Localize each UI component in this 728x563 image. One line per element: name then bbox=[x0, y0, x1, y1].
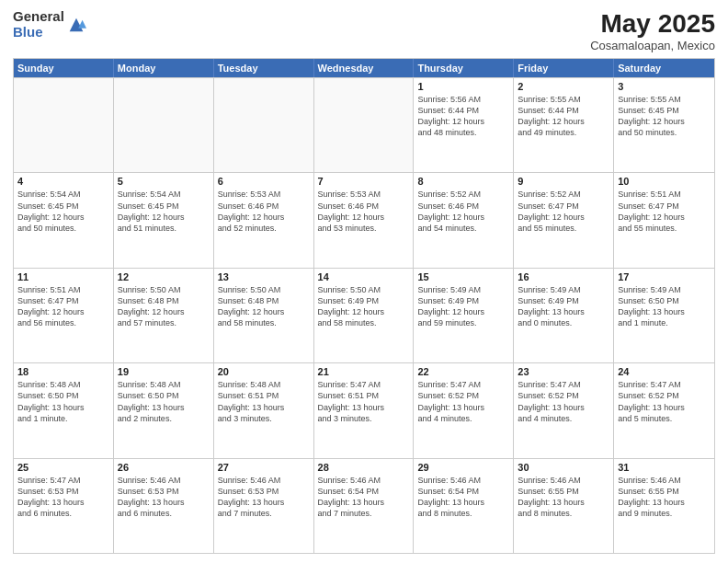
calendar-row-1: 4Sunrise: 5:54 AM Sunset: 6:45 PM Daylig… bbox=[14, 172, 714, 267]
calendar-header-row: SundayMondayTuesdayWednesdayThursdayFrid… bbox=[14, 59, 714, 77]
calendar-cell: 8Sunrise: 5:52 AM Sunset: 6:46 PM Daylig… bbox=[414, 173, 514, 267]
cell-info: Sunrise: 5:53 AM Sunset: 6:46 PM Dayligh… bbox=[318, 189, 410, 234]
calendar-cell: 7Sunrise: 5:53 AM Sunset: 6:46 PM Daylig… bbox=[314, 173, 415, 267]
day-number: 1 bbox=[417, 81, 509, 92]
cell-info: Sunrise: 5:55 AM Sunset: 6:45 PM Dayligh… bbox=[618, 94, 711, 139]
cell-info: Sunrise: 5:56 AM Sunset: 6:44 PM Dayligh… bbox=[417, 94, 509, 139]
calendar-cell: 28Sunrise: 5:46 AM Sunset: 6:54 PM Dayli… bbox=[314, 459, 415, 553]
day-number: 30 bbox=[518, 462, 609, 473]
cell-info: Sunrise: 5:48 AM Sunset: 6:51 PM Dayligh… bbox=[218, 379, 310, 424]
day-number: 26 bbox=[118, 462, 210, 473]
day-number: 15 bbox=[417, 271, 509, 282]
calendar-cell: 25Sunrise: 5:47 AM Sunset: 6:53 PM Dayli… bbox=[14, 459, 114, 553]
calendar-row-0: 1Sunrise: 5:56 AM Sunset: 6:44 PM Daylig… bbox=[14, 77, 714, 172]
cell-info: Sunrise: 5:50 AM Sunset: 6:48 PM Dayligh… bbox=[218, 284, 310, 329]
cell-info: Sunrise: 5:49 AM Sunset: 6:50 PM Dayligh… bbox=[618, 284, 711, 329]
calendar-subtitle: Cosamaloapan, Mexico bbox=[590, 39, 715, 52]
day-number: 23 bbox=[518, 366, 609, 377]
calendar-title: May 2025 bbox=[590, 9, 715, 39]
cell-info: Sunrise: 5:47 AM Sunset: 6:52 PM Dayligh… bbox=[618, 379, 711, 424]
cell-info: Sunrise: 5:46 AM Sunset: 6:55 PM Dayligh… bbox=[618, 475, 711, 520]
page: General Blue May 2025 Cosamaloapan, Mexi… bbox=[0, 0, 728, 563]
cell-info: Sunrise: 5:46 AM Sunset: 6:54 PM Dayligh… bbox=[417, 475, 509, 520]
day-number: 11 bbox=[17, 271, 109, 282]
header-day-wednesday: Wednesday bbox=[314, 59, 415, 77]
day-number: 2 bbox=[518, 81, 609, 92]
cell-info: Sunrise: 5:53 AM Sunset: 6:46 PM Dayligh… bbox=[218, 189, 310, 234]
calendar-cell: 11Sunrise: 5:51 AM Sunset: 6:47 PM Dayli… bbox=[14, 269, 114, 362]
day-number: 27 bbox=[218, 462, 310, 473]
cell-info: Sunrise: 5:50 AM Sunset: 6:49 PM Dayligh… bbox=[318, 284, 410, 329]
day-number: 29 bbox=[417, 462, 509, 473]
header-day-friday: Friday bbox=[514, 59, 614, 77]
cell-info: Sunrise: 5:49 AM Sunset: 6:49 PM Dayligh… bbox=[417, 284, 509, 329]
calendar-cell: 2Sunrise: 5:55 AM Sunset: 6:44 PM Daylig… bbox=[514, 78, 614, 172]
cell-info: Sunrise: 5:52 AM Sunset: 6:46 PM Dayligh… bbox=[417, 189, 509, 234]
calendar-cell: 13Sunrise: 5:50 AM Sunset: 6:48 PM Dayli… bbox=[214, 269, 314, 362]
cell-info: Sunrise: 5:54 AM Sunset: 6:45 PM Dayligh… bbox=[118, 189, 210, 234]
cell-info: Sunrise: 5:55 AM Sunset: 6:44 PM Dayligh… bbox=[518, 94, 609, 139]
calendar-cell: 22Sunrise: 5:47 AM Sunset: 6:52 PM Dayli… bbox=[414, 363, 514, 457]
cell-info: Sunrise: 5:51 AM Sunset: 6:47 PM Dayligh… bbox=[17, 284, 109, 329]
cell-info: Sunrise: 5:48 AM Sunset: 6:50 PM Dayligh… bbox=[118, 379, 210, 424]
calendar-cell: 6Sunrise: 5:53 AM Sunset: 6:46 PM Daylig… bbox=[214, 173, 314, 267]
day-number: 16 bbox=[518, 271, 609, 282]
calendar-cell bbox=[214, 78, 314, 172]
calendar-cell: 9Sunrise: 5:52 AM Sunset: 6:47 PM Daylig… bbox=[514, 173, 614, 267]
cell-info: Sunrise: 5:47 AM Sunset: 6:52 PM Dayligh… bbox=[417, 379, 509, 424]
day-number: 14 bbox=[318, 271, 410, 282]
cell-info: Sunrise: 5:54 AM Sunset: 6:45 PM Dayligh… bbox=[17, 189, 109, 234]
day-number: 9 bbox=[518, 176, 609, 187]
calendar-row-3: 18Sunrise: 5:48 AM Sunset: 6:50 PM Dayli… bbox=[14, 362, 714, 457]
calendar: SundayMondayTuesdayWednesdayThursdayFrid… bbox=[13, 58, 715, 554]
day-number: 6 bbox=[218, 176, 310, 187]
calendar-row-2: 11Sunrise: 5:51 AM Sunset: 6:47 PM Dayli… bbox=[14, 268, 714, 362]
calendar-cell: 4Sunrise: 5:54 AM Sunset: 6:45 PM Daylig… bbox=[14, 173, 114, 267]
day-number: 5 bbox=[118, 176, 210, 187]
calendar-cell: 15Sunrise: 5:49 AM Sunset: 6:49 PM Dayli… bbox=[414, 269, 514, 362]
day-number: 7 bbox=[318, 176, 410, 187]
cell-info: Sunrise: 5:46 AM Sunset: 6:54 PM Dayligh… bbox=[318, 475, 410, 520]
day-number: 10 bbox=[618, 176, 711, 187]
calendar-cell: 31Sunrise: 5:46 AM Sunset: 6:55 PM Dayli… bbox=[614, 459, 714, 553]
day-number: 13 bbox=[218, 271, 310, 282]
calendar-cell: 1Sunrise: 5:56 AM Sunset: 6:44 PM Daylig… bbox=[414, 78, 514, 172]
header-day-sunday: Sunday bbox=[14, 59, 114, 77]
calendar-row-4: 25Sunrise: 5:47 AM Sunset: 6:53 PM Dayli… bbox=[14, 458, 714, 553]
day-number: 20 bbox=[218, 366, 310, 377]
day-number: 31 bbox=[618, 462, 711, 473]
calendar-cell: 14Sunrise: 5:50 AM Sunset: 6:49 PM Dayli… bbox=[314, 269, 415, 362]
calendar-cell: 5Sunrise: 5:54 AM Sunset: 6:45 PM Daylig… bbox=[114, 173, 214, 267]
header-day-tuesday: Tuesday bbox=[214, 59, 314, 77]
calendar-cell: 27Sunrise: 5:46 AM Sunset: 6:53 PM Dayli… bbox=[214, 459, 314, 553]
calendar-body: 1Sunrise: 5:56 AM Sunset: 6:44 PM Daylig… bbox=[14, 77, 714, 553]
day-number: 25 bbox=[17, 462, 109, 473]
logo-text: General Blue bbox=[13, 9, 64, 40]
day-number: 3 bbox=[618, 81, 711, 92]
calendar-cell: 3Sunrise: 5:55 AM Sunset: 6:45 PM Daylig… bbox=[614, 78, 714, 172]
day-number: 17 bbox=[618, 271, 711, 282]
cell-info: Sunrise: 5:52 AM Sunset: 6:47 PM Dayligh… bbox=[518, 189, 609, 234]
calendar-cell bbox=[314, 78, 415, 172]
cell-info: Sunrise: 5:49 AM Sunset: 6:49 PM Dayligh… bbox=[518, 284, 609, 329]
calendar-cell: 30Sunrise: 5:46 AM Sunset: 6:55 PM Dayli… bbox=[514, 459, 614, 553]
day-number: 12 bbox=[118, 271, 210, 282]
calendar-cell: 16Sunrise: 5:49 AM Sunset: 6:49 PM Dayli… bbox=[514, 269, 614, 362]
title-area: May 2025 Cosamaloapan, Mexico bbox=[590, 9, 715, 52]
cell-info: Sunrise: 5:51 AM Sunset: 6:47 PM Dayligh… bbox=[618, 189, 711, 234]
logo-general: General bbox=[13, 9, 64, 25]
calendar-cell: 20Sunrise: 5:48 AM Sunset: 6:51 PM Dayli… bbox=[214, 363, 314, 457]
header-day-monday: Monday bbox=[114, 59, 214, 77]
cell-info: Sunrise: 5:46 AM Sunset: 6:53 PM Dayligh… bbox=[118, 475, 210, 520]
cell-info: Sunrise: 5:46 AM Sunset: 6:53 PM Dayligh… bbox=[218, 475, 310, 520]
calendar-cell: 18Sunrise: 5:48 AM Sunset: 6:50 PM Dayli… bbox=[14, 363, 114, 457]
calendar-cell: 17Sunrise: 5:49 AM Sunset: 6:50 PM Dayli… bbox=[614, 269, 714, 362]
calendar-cell: 12Sunrise: 5:50 AM Sunset: 6:48 PM Dayli… bbox=[114, 269, 214, 362]
cell-info: Sunrise: 5:46 AM Sunset: 6:55 PM Dayligh… bbox=[518, 475, 609, 520]
day-number: 28 bbox=[318, 462, 410, 473]
cell-info: Sunrise: 5:48 AM Sunset: 6:50 PM Dayligh… bbox=[17, 379, 109, 424]
cell-info: Sunrise: 5:47 AM Sunset: 6:53 PM Dayligh… bbox=[17, 475, 109, 520]
calendar-cell: 21Sunrise: 5:47 AM Sunset: 6:51 PM Dayli… bbox=[314, 363, 415, 457]
calendar-cell: 23Sunrise: 5:47 AM Sunset: 6:52 PM Dayli… bbox=[514, 363, 614, 457]
header-day-thursday: Thursday bbox=[414, 59, 514, 77]
